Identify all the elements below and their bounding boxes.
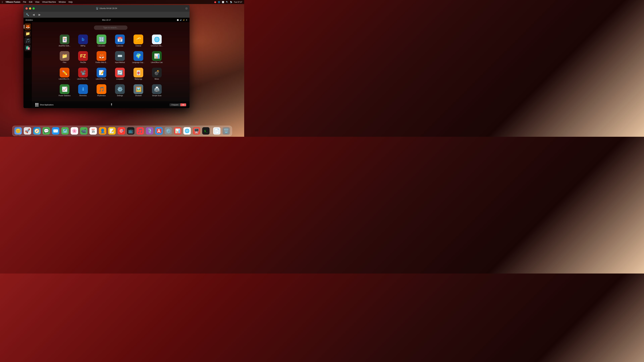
chromium-icon: 🌐 xyxy=(152,34,162,44)
dock-item-terminal[interactable]: $_ xyxy=(202,126,210,135)
mac-edit-menu[interactable]: Edit xyxy=(29,1,32,3)
dock-item-instastats[interactable]: 📊 xyxy=(174,126,182,135)
app-chromium[interactable]: 🌐 Chromium We... xyxy=(148,33,165,48)
scroll-indicators xyxy=(111,104,112,106)
ubuntu-activities-btn[interactable]: Activities xyxy=(26,19,33,21)
dock-item-mail[interactable]: ✉️ xyxy=(51,126,60,135)
mac-help-menu[interactable]: Help xyxy=(68,1,72,3)
sidebar-item-files[interactable]: 📁 xyxy=(24,30,31,37)
dock-item-reminders[interactable]: 🎯 xyxy=(117,126,126,135)
mac-dock: 😊 🚀 🧭 💬 ✉️ 🗺️ 🌸 📹 SEP 15 👤 xyxy=(12,126,232,136)
app-settings[interactable]: ⚙️ Settings xyxy=(112,83,128,98)
sidebar-item-terminal[interactable]: $_ xyxy=(24,52,31,58)
dock-item-launchpad[interactable]: 🚀 xyxy=(23,126,32,135)
frequent-tab[interactable]: Frequent xyxy=(170,103,180,106)
mac-topbar:  VMware Fusion File Edit View Virtual M… xyxy=(0,0,244,4)
dock-item-tv[interactable]: 📺 xyxy=(126,126,135,135)
all-tab[interactable]: All xyxy=(180,103,186,106)
ubuntu-settings-icon[interactable]: ▼ xyxy=(186,19,188,21)
app-firefox[interactable]: 🦊 Firefox Web B... xyxy=(93,50,110,65)
frequency-tabs: Frequent All xyxy=(170,103,186,106)
window-close-button[interactable] xyxy=(26,7,28,9)
dock-item-appstore[interactable]: 🅰️ xyxy=(155,126,163,135)
vm-content: Activities Mon 22:17 ⚪ 🔊 ⚡ ▼ 🦊 📁 🎵 🛍️ xyxy=(24,18,190,108)
toolbar-back-btn[interactable]: ◀ xyxy=(32,13,36,17)
app-libreoffice-impress[interactable]: 📽️ LibreOffice Im... xyxy=(75,66,92,81)
mac-search-icon[interactable]: 🔍 xyxy=(226,1,228,3)
mac-view-menu[interactable]: View xyxy=(35,1,40,3)
dock-item-finder[interactable]: 😊 xyxy=(14,126,22,135)
sidebar-item-ubuntu-software[interactable]: 🛍️ xyxy=(24,44,31,51)
app-livepatch[interactable]: 🔄 Livepatch xyxy=(112,66,128,81)
ubuntu-topbar: Activities Mon 22:17 ⚪ 🔊 ⚡ ▼ xyxy=(24,18,190,22)
libreoffice-impress-label: LibreOffice Im... xyxy=(77,78,89,80)
app-input-method[interactable]: ⌨️ Input Method xyxy=(112,50,128,65)
toolbar-forward-btn[interactable]: ▶ xyxy=(38,13,42,17)
dock-item-system-prefs[interactable]: ⚙️ xyxy=(164,126,173,135)
libreoffice-writer-label: LibreOffice W... xyxy=(96,78,107,80)
app-mines[interactable]: 💣 Mines xyxy=(148,66,165,81)
app-files[interactable]: 📁 Files xyxy=(56,50,73,65)
ubuntu-sidebar: 🦊 📁 🎵 🛍️ $_ xyxy=(24,22,32,108)
remmina-icon: ⬇ xyxy=(78,84,88,94)
app-shotwell[interactable]: 🖼️ Shotwell xyxy=(130,83,147,98)
app-aisleriot-solitaire[interactable]: 🃏 AisleRiot Solit... xyxy=(56,33,73,48)
dock-item-calendar[interactable]: SEP 15 xyxy=(89,126,98,135)
mac-flag-icon: 🌐 xyxy=(218,1,220,3)
dock-item-facetime[interactable]: 📹 xyxy=(80,126,88,135)
app-libreoffice-writer[interactable]: 📝 LibreOffice W... xyxy=(93,66,110,81)
app-cheese[interactable]: 🧀 Cheese xyxy=(130,33,147,48)
app-mahjongg[interactable]: 🀄 Mahjongg xyxy=(130,66,147,81)
window-title: 🖥️ Ubuntu 64-bit 18.04 xyxy=(96,7,117,9)
dock-item-cleaner[interactable]: 📄 xyxy=(212,126,221,135)
mac-virtualmachine-menu[interactable]: Virtual Machine xyxy=(42,1,56,3)
settings-label: Settings xyxy=(117,95,123,96)
simple-scan-label: Simple Scan xyxy=(152,95,162,96)
dock-item-chrome[interactable]: 🌐 xyxy=(183,126,192,135)
app-calculator[interactable]: 🔢 Calculator xyxy=(93,33,110,48)
dock-item-photos[interactable]: 🌸 xyxy=(70,126,79,135)
scroll-dot-active xyxy=(111,104,112,105)
app-power-statistics[interactable]: 📈 Power Statistics xyxy=(56,83,73,98)
ubuntu-app-grid: 🃏 AisleRiot Solit... b BitPay 🔢 Calculat… xyxy=(32,22,190,101)
vmware-titlebar: 🖥️ Ubuntu 64-bit 18.04 ⊡ xyxy=(24,5,190,12)
calendar-label: Calendar xyxy=(116,45,124,47)
dock-item-contacts[interactable]: 👤 xyxy=(98,126,107,135)
window-maximize-button[interactable] xyxy=(32,7,35,9)
sidebar-item-rhythmbox[interactable]: 🎵 xyxy=(24,37,31,44)
mac-topbar-right: ⬤ 🌐 ⬜ 🔍 📡 Tue 07:17 xyxy=(214,1,242,3)
dock-item-trash[interactable]: 🗑️ xyxy=(222,126,230,135)
app-bitpay[interactable]: b BitPay xyxy=(75,33,92,48)
mac-file-menu[interactable]: File xyxy=(23,1,26,3)
dock-item-maps[interactable]: 🗺️ xyxy=(61,126,70,135)
ubuntu-search-input[interactable] xyxy=(94,25,128,30)
show-apps-button[interactable]: Show Applications xyxy=(35,103,54,106)
app-simple-scan[interactable]: 🖨️ Simple Scan xyxy=(148,83,165,98)
window-minimize-button[interactable] xyxy=(29,7,31,9)
grid-icon xyxy=(35,103,38,106)
app-calendar[interactable]: 📅 Calendar xyxy=(112,33,128,48)
libreoffice-draw-label: LibreOffice Dr... xyxy=(59,78,70,80)
livepatch-icon: 🔄 xyxy=(115,68,125,77)
dock-item-music[interactable]: 🎵 xyxy=(136,126,144,135)
app-filezilla[interactable]: FZ FileZilla xyxy=(75,50,92,65)
dock-item-screens[interactable]: 🖥️ xyxy=(192,126,201,135)
mac-window-menu[interactable]: Window xyxy=(58,1,66,3)
dock-item-safari[interactable]: 🧭 xyxy=(32,126,41,135)
app-libreoffice-calc[interactable]: 📊 LibreOffice Calc xyxy=(148,50,165,65)
app-language-support[interactable]: 🌍 Language Sup... xyxy=(130,50,147,65)
mac-vmware-menu[interactable]: VMware Fusion xyxy=(6,1,20,3)
dock-item-podcasts[interactable]: 🎙️ xyxy=(145,126,154,135)
apple-logo-icon[interactable]:  xyxy=(2,1,3,3)
input-method-icon: ⌨️ xyxy=(115,51,125,61)
app-remmina[interactable]: ⬇ Remmina xyxy=(75,83,92,98)
app-libreoffice-draw[interactable]: ✏️ LibreOffice Dr... xyxy=(56,66,73,81)
dock-item-messages[interactable]: 💬 xyxy=(42,126,51,135)
dock-item-notes[interactable]: 📝 xyxy=(108,126,116,135)
dock-dot-finder xyxy=(18,135,18,136)
window-expand-icon[interactable]: ⊡ xyxy=(186,7,188,10)
app-rhythmbox[interactable]: 🎵 Rhythmbox xyxy=(93,83,110,98)
toolbar-settings-icon[interactable]: 🔧 xyxy=(26,13,30,17)
sidebar-item-firefox[interactable]: 🦊 xyxy=(24,23,31,30)
rhythmbox-icon: 🎵 xyxy=(26,38,30,43)
